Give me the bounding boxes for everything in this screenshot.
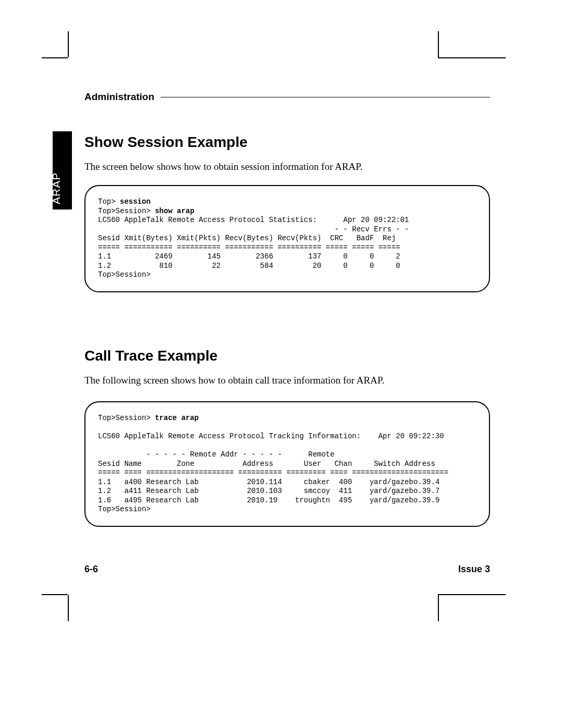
- section-body: The following screen shows how to obtain…: [84, 374, 490, 387]
- frame-mark: [68, 595, 69, 621]
- terminal-trace: Top>Session> trace arap LCS60 AppleTalk …: [84, 401, 490, 527]
- page-header: Administration: [84, 91, 490, 103]
- section-heading: Show Session Example: [84, 134, 490, 151]
- side-tab: ARAP: [53, 131, 72, 209]
- section-heading: Call Trace Example: [84, 348, 490, 364]
- header-title: Administration: [84, 91, 154, 103]
- frame-mark: [438, 594, 506, 595]
- frame-mark: [68, 31, 69, 57]
- terminal-session: Top> session Top>Session> show arap LCS6…: [84, 185, 490, 292]
- page-number: 6-6: [84, 564, 98, 575]
- frame-mark: [42, 594, 68, 595]
- frame-mark: [438, 57, 506, 58]
- issue-label: Issue 3: [458, 564, 490, 575]
- section-call-trace: Call Trace Example The following screen …: [84, 348, 490, 387]
- frame-mark: [42, 57, 68, 58]
- section-show-session: Show Session Example The screen below sh…: [84, 134, 490, 174]
- frame-mark: [438, 31, 439, 57]
- terminal-output: Top> session Top>Session> show arap LCS6…: [98, 198, 476, 280]
- page-footer: 6-6 Issue 3: [84, 564, 490, 575]
- header-rule: [161, 97, 490, 97]
- frame-mark: [438, 595, 439, 621]
- side-tab-label: ARAP: [50, 172, 63, 204]
- section-body: The screen below shows how to obtain ses…: [84, 160, 490, 174]
- terminal-output: Top>Session> trace arap LCS60 AppleTalk …: [98, 414, 476, 514]
